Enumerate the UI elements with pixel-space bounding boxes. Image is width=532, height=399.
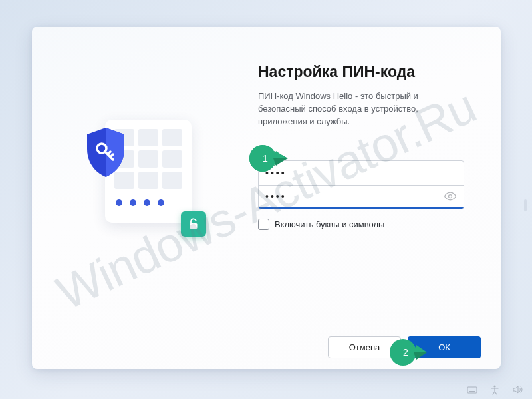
form-pane: Настройка ПИН-кода ПИН-код Windows Hello… [251, 27, 501, 325]
svg-rect-1 [190, 223, 198, 229]
dialog-footer: Отмена ОК [32, 325, 501, 369]
include-letters-label: Включить буквы и символы [275, 219, 384, 229]
illustration-pane [32, 27, 251, 325]
system-tray [467, 384, 523, 395]
unlock-badge-icon [181, 211, 206, 237]
pin-input[interactable] [265, 168, 457, 178]
svg-rect-5 [467, 387, 477, 393]
keyboard-icon[interactable] [467, 384, 477, 395]
side-indicator [524, 200, 527, 211]
accessibility-icon[interactable] [489, 384, 500, 395]
volume-icon[interactable] [512, 384, 523, 395]
include-letters-checkbox[interactable] [258, 219, 269, 230]
pin-row-confirm [259, 185, 464, 209]
shield-key-icon [82, 126, 129, 178]
pin-illustration [78, 113, 205, 239]
include-letters-row: Включить буквы и символы [258, 219, 464, 230]
svg-point-2 [449, 195, 452, 198]
pin-row-new [259, 161, 464, 185]
ok-button[interactable]: ОК [408, 336, 481, 358]
dialog-subtitle: ПИН-код Windows Hello - это быстрый и бе… [258, 90, 458, 128]
pin-confirm-input[interactable] [265, 191, 444, 201]
pin-input-group [258, 160, 464, 209]
cancel-button[interactable]: Отмена [328, 336, 401, 358]
dialog-body: Настройка ПИН-кода ПИН-код Windows Hello… [32, 27, 501, 325]
dialog-title: Настройка ПИН-кода [258, 63, 464, 81]
svg-rect-6 [469, 391, 475, 392]
reveal-password-icon[interactable] [444, 190, 457, 203]
pin-setup-dialog: Настройка ПИН-кода ПИН-код Windows Hello… [32, 27, 501, 369]
svg-point-7 [493, 385, 495, 387]
